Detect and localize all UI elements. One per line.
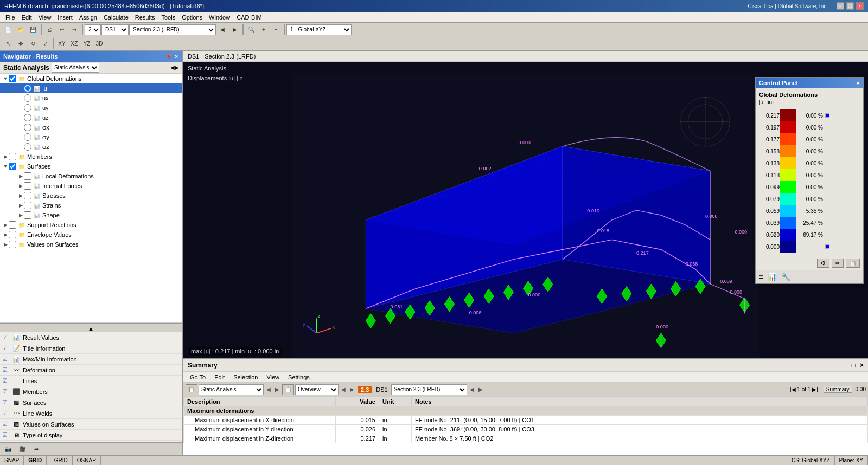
tree-strains[interactable]: ▶ 📊 Strains [0, 201, 182, 210]
nav-close-button[interactable]: × [174, 54, 179, 60]
envelope-check[interactable] [9, 231, 16, 238]
ds-label-select[interactable]: DS1 [101, 24, 129, 35]
summary-menu-goto[interactable]: Go To [186, 373, 210, 382]
cp-copy-button[interactable]: 📋 [846, 259, 860, 268]
internal-forces-check[interactable] [24, 182, 31, 190]
phix-radio[interactable] [24, 124, 31, 131]
tree-support-reactions[interactable]: ▶ 📁 Support Reactions [0, 220, 182, 230]
summary-analysis-prev[interactable]: ◀ [265, 386, 272, 392]
menu-item-view[interactable]: View [35, 13, 55, 22]
tree-uy[interactable]: 📊 uy [0, 103, 182, 113]
menu-item-window[interactable]: Window [206, 13, 233, 22]
view-3d[interactable]: 3D [93, 38, 105, 50]
rv-values-on-surfaces[interactable]: ☑ ▩ Values on Surfaces [0, 419, 182, 430]
cp-close-button[interactable]: × [857, 80, 860, 86]
tree-local-deformations[interactable]: ▶ 📊 Local Deformations [0, 171, 182, 181]
tree-ux[interactable]: 📊 ux [0, 93, 182, 103]
rv-title-information[interactable]: ☑ 📝 Title Information [0, 343, 182, 354]
summary-overview-prev[interactable]: ◀ [340, 386, 347, 392]
summary-menu-view[interactable]: View [262, 373, 284, 382]
snap-status[interactable]: SNAP [0, 456, 24, 466]
u-abs-radio[interactable] [24, 85, 31, 92]
uy-radio[interactable] [24, 104, 31, 112]
rv-lines[interactable]: ☑ — Lines [0, 376, 182, 386]
camera-icon[interactable]: 📷 [2, 443, 14, 455]
nav-pin-button[interactable]: 📌 [164, 54, 173, 60]
tree-phix[interactable]: 📊 φx [0, 122, 182, 132]
select-button[interactable]: ↖ [2, 38, 14, 50]
scroll-up[interactable]: ▲ [0, 324, 182, 332]
menu-item-tools[interactable]: Tools [158, 13, 178, 22]
summary-section-prev[interactable]: ◀ [468, 386, 476, 392]
local-deform-check[interactable] [24, 172, 31, 180]
print-button[interactable]: 🖨 [43, 24, 55, 36]
summary-overview-next[interactable]: ▶ [348, 386, 356, 392]
menu-item-cad-bim[interactable]: CAD-BIM [233, 13, 265, 22]
viewport-canvas[interactable]: Static Analysis Displacements |u| [in] [183, 62, 868, 358]
menu-item-insert[interactable]: Insert [54, 13, 76, 22]
table-row-0[interactable]: Maximum displacement in X-direction -0.0… [184, 416, 868, 425]
static-analysis-combo[interactable]: Static Analysis [52, 63, 99, 73]
tree-u-abs[interactable]: 📊 |u| [0, 83, 182, 93]
tree-phiz[interactable]: 📊 φz [0, 142, 182, 152]
summary-tab-label[interactable]: Summary [824, 386, 852, 393]
close-button[interactable]: × [856, 2, 864, 10]
menu-item-edit[interactable]: Edit [18, 13, 35, 22]
stresses-check[interactable] [24, 192, 31, 199]
redo-button[interactable]: ↪ [68, 24, 80, 36]
tree-shape[interactable]: ▶ 📊 Shape [0, 210, 182, 220]
zoom-out-button[interactable]: − [270, 24, 282, 36]
tree-stresses[interactable]: ▶ 📊 Stresses [0, 191, 182, 201]
rv-type-of-display[interactable]: ☑ 🖥 Type of display [0, 430, 182, 441]
undo-button[interactable]: ↩ [56, 24, 68, 36]
minimize-button[interactable]: − [837, 2, 844, 10]
summary-analysis-next[interactable]: ▶ [273, 386, 281, 392]
nav-prev-button[interactable]: ◀ [216, 24, 228, 36]
strains-check[interactable] [24, 202, 31, 209]
phiz-radio[interactable] [24, 143, 31, 151]
ds-select[interactable]: 2.3 [85, 24, 101, 35]
rotate-button[interactable]: ↻ [27, 38, 39, 50]
surfaces-check[interactable] [9, 163, 16, 170]
menu-item-assign[interactable]: Assign [76, 13, 100, 22]
rv-deformation[interactable]: ☑ 〰 Deformation [0, 365, 182, 376]
video-icon[interactable]: 🎥 [16, 443, 28, 455]
tree-members[interactable]: ▶ 📁 Members [0, 152, 182, 162]
values-surfaces-check[interactable] [9, 241, 16, 248]
summary-section-next[interactable]: ▶ [477, 386, 484, 392]
section-select[interactable]: Section 2.3 (LRFD) [129, 24, 216, 35]
nav-next-button[interactable]: ▶ [229, 24, 241, 36]
summary-analysis-select[interactable]: Static Analysis [199, 384, 264, 395]
menu-item-calculate[interactable]: Calculate [100, 13, 132, 22]
zoom-in-button[interactable]: + [258, 24, 270, 36]
table-row-1[interactable]: Maximum displacement in Y-direction 0.02… [184, 425, 868, 434]
summary-menu-edit[interactable]: Edit [210, 373, 229, 382]
summary-overview-select[interactable]: Overview [295, 384, 339, 395]
rv-result-values[interactable]: ☑ 📊 Result Values [0, 332, 182, 343]
scale-button[interactable]: ⤢ [40, 38, 52, 50]
tree-global-deformations[interactable]: ▼ 📁 Global Deformations [0, 74, 182, 83]
support-reactions-check[interactable] [9, 221, 16, 229]
cp-filter-icon[interactable]: 🔧 [781, 273, 790, 281]
menu-item-results[interactable]: Results [132, 13, 158, 22]
members-check[interactable] [9, 153, 16, 160]
rv-line-welds[interactable]: ☑ 〰 Line Welds [0, 408, 182, 419]
save-button[interactable]: 💾 [27, 24, 39, 36]
osnap-status[interactable]: OSNAP [73, 456, 101, 466]
tree-internal-forces[interactable]: ▶ 📊 Internal Forces [0, 181, 182, 191]
shape-check[interactable] [24, 211, 31, 219]
summary-maximize-button[interactable]: □ [852, 361, 856, 369]
summary-close-button[interactable]: × [860, 361, 864, 369]
cp-chart-icon[interactable]: 📊 [768, 273, 777, 281]
cp-edit-button[interactable]: ✏ [832, 259, 844, 268]
cp-list-icon[interactable]: ≡ [759, 273, 763, 281]
tree-phiy[interactable]: 📊 φy [0, 132, 182, 142]
tree-values-on-surfaces[interactable]: ▶ 📁 Values on Surfaces [0, 240, 182, 249]
zoom-button[interactable]: 🔍 [245, 24, 257, 36]
table-row-2[interactable]: Maximum displacement in Z-direction 0.21… [184, 434, 868, 443]
global-deformations-check[interactable] [9, 75, 16, 82]
summary-menu-settings[interactable]: Settings [284, 373, 314, 382]
move-button[interactable]: ✥ [15, 38, 27, 50]
tree-envelope-values[interactable]: ▶ 📁 Envelope Values [0, 230, 182, 240]
view-xy[interactable]: XY [56, 38, 68, 50]
